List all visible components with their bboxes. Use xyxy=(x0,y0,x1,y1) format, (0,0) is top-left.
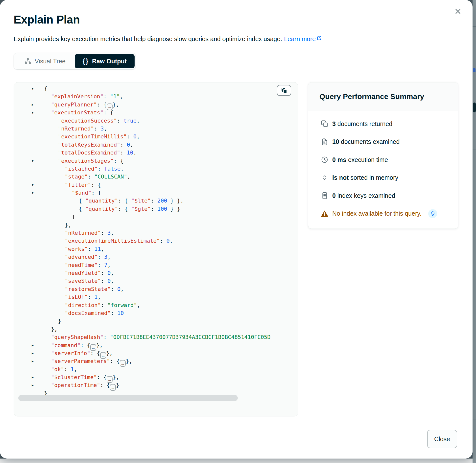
modal-subtitle: Explain provides key execution metrics t… xyxy=(14,35,322,43)
code-token: }, xyxy=(65,222,71,228)
summary-item-text: 0 index keys examined xyxy=(332,192,395,199)
collapse-arrow-icon[interactable]: ▼ xyxy=(32,109,34,117)
code-token: : { xyxy=(90,350,100,356)
code-line: "stage": "COLLSCAN", xyxy=(14,173,298,181)
code-line: "works": 11, xyxy=(14,245,298,253)
code-token: : xyxy=(101,302,108,308)
background-app-strip xyxy=(473,0,476,463)
code-token: 1 xyxy=(71,366,74,372)
code-token: "COLLSCAN" xyxy=(94,174,127,180)
code-token: : xyxy=(94,126,101,132)
code-line: ▶"queryPlanner": {…}, xyxy=(14,101,298,109)
code-token: : xyxy=(97,166,104,172)
tab-label: Visual Tree xyxy=(35,58,66,65)
code-token: , xyxy=(120,166,124,172)
curly-braces-icon: {} xyxy=(83,57,89,65)
document-search-icon xyxy=(321,138,329,146)
tab-visual-tree[interactable]: Visual Tree xyxy=(15,54,75,68)
code-token: : xyxy=(97,262,104,268)
code-line: "executionTimeMillisEstimate": 0, xyxy=(14,237,298,245)
code-token: "restoreState" xyxy=(65,286,111,292)
learn-more-link[interactable]: Learn more xyxy=(284,35,322,42)
summary-item-text: 3 documents returned xyxy=(332,120,392,128)
code-token: "executionTimeMillis" xyxy=(58,133,127,140)
code-token: "explainVersion" xyxy=(51,93,103,100)
expand-arrow-icon[interactable]: ▶ xyxy=(32,349,34,357)
collapse-arrow-icon[interactable]: ▼ xyxy=(32,181,34,189)
expand-arrow-icon[interactable]: ▶ xyxy=(32,373,34,381)
tab-raw-output[interactable]: {} Raw Output xyxy=(75,54,135,68)
code-token: "isEOF" xyxy=(65,294,88,300)
code-token: , xyxy=(130,142,133,148)
collapse-arrow-icon[interactable]: ▼ xyxy=(32,157,34,165)
code-token: : xyxy=(103,334,110,340)
code-token: 3 xyxy=(104,254,107,260)
code-token: : { xyxy=(118,198,131,204)
code-token: false xyxy=(104,166,120,172)
code-token: 3 xyxy=(107,230,111,236)
close-button[interactable]: Close xyxy=(427,430,457,448)
code-token: : { xyxy=(97,102,107,108)
code-token: }, xyxy=(106,350,113,356)
code-line: "isEOF": 1, xyxy=(14,293,298,301)
code-token: 0 xyxy=(107,278,111,284)
expand-arrow-icon[interactable]: ▶ xyxy=(32,101,34,109)
close-icon[interactable] xyxy=(454,8,462,15)
code-line: ▼"filter": { xyxy=(14,181,298,189)
insight-badge[interactable] xyxy=(428,209,437,218)
horizontal-scrollbar[interactable] xyxy=(18,395,238,401)
external-link-icon xyxy=(317,36,322,41)
code-line: "explainVersion": "1", xyxy=(14,93,298,101)
code-token: { xyxy=(79,198,85,204)
code-token: } xyxy=(58,318,61,324)
code-token: : xyxy=(127,133,133,140)
code-token: : xyxy=(111,310,117,316)
code-token: , xyxy=(107,262,111,268)
summary-item: 0 index keys examined xyxy=(321,187,458,205)
code-token: , xyxy=(104,126,107,132)
code-token: , xyxy=(107,254,111,260)
code-token: "advanced" xyxy=(65,254,97,260)
code-token: "forward" xyxy=(107,302,137,308)
explain-plan-screen: Explain Plan Explain provides key execut… xyxy=(0,0,476,463)
code-token: "executionSuccess" xyxy=(58,118,117,124)
code-token: "direction" xyxy=(65,302,101,308)
code-line: "nReturned": 3, xyxy=(14,125,298,133)
code-line: ▼{ xyxy=(14,85,298,93)
code-token: "works" xyxy=(65,246,88,252)
code-token: }, xyxy=(113,374,119,380)
background-divider xyxy=(473,419,476,419)
code-line: } xyxy=(14,317,298,325)
expand-arrow-icon[interactable]: ▶ xyxy=(32,341,34,349)
summary-body: 3 documents returned10 documents examine… xyxy=(308,111,458,223)
code-token: "$and" xyxy=(72,190,91,196)
query-performance-summary: Query Performance Summary 3 documents re… xyxy=(308,82,458,229)
code-token: "needYield" xyxy=(65,270,101,276)
code-token: : xyxy=(101,278,108,284)
expand-arrow-icon[interactable]: ▶ xyxy=(32,357,34,365)
code-token: : { xyxy=(118,206,131,212)
tab-label: Raw Output xyxy=(92,58,127,65)
expand-arrow-icon[interactable]: ▶ xyxy=(32,381,34,389)
code-token: }, xyxy=(126,358,132,364)
collapse-arrow-icon[interactable]: ▼ xyxy=(32,189,34,197)
code-token: "operationTime" xyxy=(51,382,100,388)
code-token: 10 xyxy=(117,310,124,316)
code-token: , xyxy=(133,150,137,156)
code-line: "needTime": 7, xyxy=(14,261,298,269)
code-line: "ok": 1, xyxy=(14,365,298,373)
clock-icon xyxy=(321,156,329,164)
code-token: "queryPlanner" xyxy=(51,102,97,108)
code-token: "serverInfo" xyxy=(51,350,90,356)
code-token: : xyxy=(151,206,157,212)
code-token: }, xyxy=(113,102,119,108)
code-token: , xyxy=(137,133,140,140)
code-line: "totalDocsExamined": 10, xyxy=(14,149,298,157)
code-token: : xyxy=(111,286,117,292)
document-lines-icon xyxy=(321,192,329,200)
copy-button[interactable] xyxy=(277,85,291,96)
copy-icon xyxy=(281,87,287,94)
collapse-arrow-icon[interactable]: ▼ xyxy=(32,85,34,93)
code-token: : xyxy=(64,366,71,372)
summary-header: Query Performance Summary xyxy=(308,82,458,111)
